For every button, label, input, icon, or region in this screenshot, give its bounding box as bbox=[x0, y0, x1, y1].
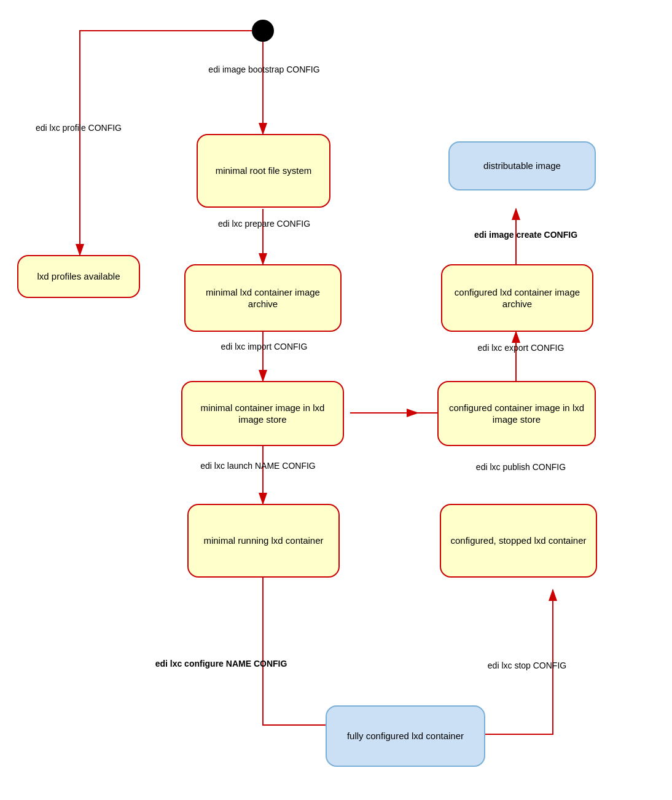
node-configured-container-store: configured container image in lxd image … bbox=[437, 381, 596, 446]
label-image-create: edi image create CONFIG bbox=[446, 230, 606, 240]
node-distributable-image: distributable image bbox=[448, 141, 596, 190]
label-lxc-profile: edi lxc profile CONFIG bbox=[17, 123, 140, 133]
node-configured-lxd-archive: configured lxd container image archive bbox=[441, 264, 593, 332]
node-minimal-root-fs: minimal root file system bbox=[197, 134, 330, 208]
node-minimal-lxd-archive: minimal lxd container image archive bbox=[184, 264, 342, 332]
label-lxc-configure: edi lxc configure NAME CONFIG bbox=[104, 659, 338, 669]
label-lxc-launch: edi lxc launch NAME CONFIG bbox=[160, 461, 356, 471]
node-configured-stopped: configured, stopped lxd container bbox=[440, 504, 597, 578]
label-lxc-import: edi lxc import CONFIG bbox=[178, 342, 350, 351]
label-lxc-stop: edi lxc stop CONFIG bbox=[453, 661, 601, 670]
diagram-container: edi image bootstrap CONFIG minimal root … bbox=[0, 0, 672, 800]
node-lxd-profiles: lxd profiles available bbox=[17, 255, 140, 298]
label-lxc-publish: edi lxc publish CONFIG bbox=[441, 462, 601, 472]
start-node bbox=[252, 20, 274, 42]
node-minimal-running: minimal running lxd container bbox=[187, 504, 340, 578]
label-bootstrap: edi image bootstrap CONFIG bbox=[178, 65, 350, 74]
label-lxc-export: edi lxc export CONFIG bbox=[441, 343, 601, 353]
label-lxc-prepare: edi lxc prepare CONFIG bbox=[178, 219, 350, 229]
node-minimal-container-store: minimal container image in lxd image sto… bbox=[181, 381, 344, 446]
node-fully-configured: fully configured lxd container bbox=[326, 705, 485, 767]
